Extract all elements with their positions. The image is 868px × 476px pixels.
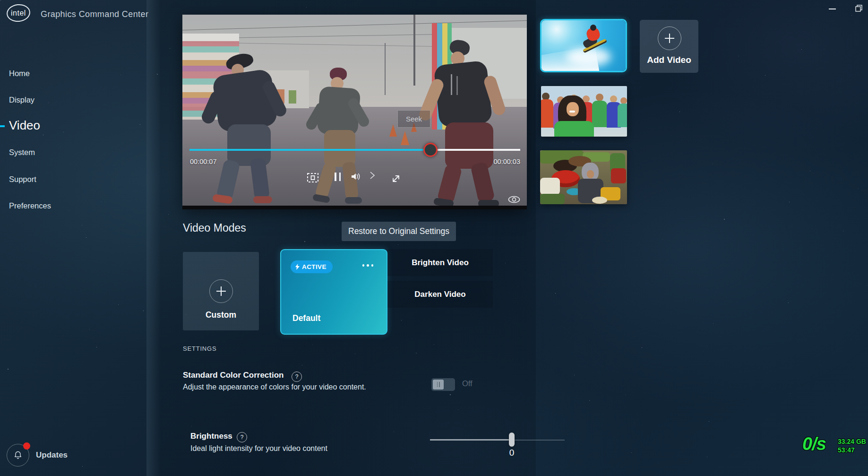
custom-mode-card[interactable]: Custom bbox=[183, 252, 259, 330]
decor-shape bbox=[554, 121, 594, 137]
color-correction-help-icon[interactable]: ? bbox=[292, 372, 302, 382]
next-button[interactable] bbox=[370, 171, 375, 180]
sidebar-item-system[interactable]: System bbox=[9, 148, 35, 157]
star bbox=[82, 225, 82, 225]
plus-circle-icon bbox=[658, 26, 681, 50]
video-modes-heading: Video Modes bbox=[183, 222, 246, 234]
question-glyph: ? bbox=[241, 434, 244, 441]
active-badge: ACTIVE bbox=[291, 260, 333, 273]
time-remaining: 00:00:03 bbox=[494, 158, 520, 165]
decor-shape bbox=[567, 102, 579, 116]
brightness-slider-track-left[interactable] bbox=[430, 439, 509, 441]
notification-dot bbox=[23, 442, 30, 450]
star bbox=[789, 202, 790, 202]
star bbox=[724, 219, 725, 220]
active-badge-label: ACTIVE bbox=[302, 263, 327, 270]
bell-icon bbox=[13, 450, 23, 460]
star bbox=[765, 75, 765, 76]
default-mode-card[interactable]: ACTIVE Default bbox=[280, 249, 387, 335]
decor-shape bbox=[620, 97, 627, 104]
star bbox=[858, 188, 859, 189]
brightness-help-icon[interactable]: ? bbox=[237, 432, 247, 442]
toggle-knob bbox=[433, 380, 444, 389]
volume-icon bbox=[351, 173, 361, 181]
decor-shape bbox=[610, 95, 617, 103]
star bbox=[86, 237, 86, 238]
star bbox=[120, 75, 121, 75]
app-title: Graphics Command Center bbox=[41, 9, 148, 19]
minimize-button[interactable] bbox=[824, 3, 840, 15]
network-speed-overlay: 0/s bbox=[802, 434, 826, 454]
star bbox=[82, 466, 83, 467]
brightness-title: Brightness bbox=[190, 432, 232, 441]
seek-handle[interactable] bbox=[423, 143, 438, 157]
star bbox=[140, 124, 140, 125]
sidebar-item-preferences[interactable]: Preferences bbox=[9, 201, 51, 210]
star bbox=[143, 311, 144, 311]
star bbox=[589, 400, 590, 401]
seek-tooltip: Seek bbox=[397, 110, 430, 128]
brighten-video-button[interactable]: Brighten Video bbox=[387, 249, 493, 276]
decor-shape bbox=[569, 111, 575, 113]
seek-bar-remaining[interactable] bbox=[430, 149, 520, 151]
star bbox=[8, 369, 9, 370]
video-player[interactable]: Seek 00:00:07 00:00:03 bbox=[182, 15, 527, 209]
decor-shape bbox=[618, 104, 627, 127]
brightness-slider-track-right[interactable] bbox=[509, 440, 565, 441]
fullscreen-button[interactable] bbox=[390, 173, 402, 185]
brightness-value: 0 bbox=[506, 448, 518, 458]
decor-shape bbox=[587, 170, 594, 178]
decor-shape bbox=[592, 197, 607, 204]
decor-shape bbox=[541, 99, 553, 128]
decor-shape bbox=[611, 168, 626, 183]
sidebar-item-home[interactable]: Home bbox=[9, 69, 30, 78]
bolt-icon bbox=[295, 264, 300, 270]
seek-bar-filled[interactable] bbox=[189, 149, 430, 151]
video-thumbnail-snowboarder[interactable] bbox=[540, 19, 627, 72]
color-correction-description: Adjust the appearance of colors for your… bbox=[183, 383, 366, 391]
default-card-label: Default bbox=[281, 313, 398, 323]
pause-button[interactable] bbox=[335, 173, 341, 181]
brightness-slider-handle[interactable] bbox=[509, 433, 515, 447]
frame-step-button[interactable] bbox=[307, 173, 319, 183]
darken-video-button[interactable]: Darken Video bbox=[387, 281, 493, 308]
decor-shape bbox=[592, 101, 607, 127]
video-thumbnail-group[interactable] bbox=[541, 86, 627, 137]
preview-compare-button[interactable] bbox=[507, 195, 521, 204]
add-video-button[interactable]: Add Video bbox=[640, 20, 698, 73]
volume-button[interactable] bbox=[351, 173, 361, 181]
color-correction-toggle[interactable] bbox=[431, 378, 455, 391]
star bbox=[658, 463, 658, 463]
market-image bbox=[540, 150, 627, 204]
star bbox=[679, 112, 680, 112]
updates-label[interactable]: Updates bbox=[36, 450, 68, 460]
active-nav-accent-bar bbox=[0, 125, 5, 127]
star bbox=[856, 43, 857, 44]
restore-settings-button[interactable]: Restore to Original Settings bbox=[342, 222, 456, 241]
star bbox=[851, 15, 852, 16]
group-image bbox=[541, 86, 627, 137]
minimize-icon bbox=[829, 9, 836, 9]
toggle-state-label: Off bbox=[462, 379, 473, 388]
question-glyph: ? bbox=[295, 373, 299, 380]
custom-card-label: Custom bbox=[183, 310, 259, 320]
time-elapsed: 00:00:07 bbox=[190, 158, 216, 165]
star bbox=[101, 201, 102, 202]
decor-shape bbox=[540, 194, 565, 204]
sidebar-item-video[interactable]: Video bbox=[9, 118, 40, 133]
star bbox=[867, 285, 868, 286]
star bbox=[574, 375, 575, 375]
sidebar-item-display[interactable]: Display bbox=[9, 95, 34, 104]
more-options-button[interactable] bbox=[362, 264, 374, 267]
star bbox=[43, 135, 43, 135]
plus-circle-icon bbox=[209, 279, 233, 303]
video-thumbnail-market[interactable] bbox=[540, 150, 627, 204]
pause-icon bbox=[335, 173, 341, 181]
star bbox=[558, 11, 558, 11]
letterbox-bar bbox=[182, 206, 527, 209]
chevron-right-icon bbox=[370, 171, 375, 180]
add-video-label: Add Video bbox=[640, 55, 698, 65]
intel-logo-text: intel bbox=[11, 9, 26, 17]
sidebar-item-support[interactable]: Support bbox=[9, 175, 36, 184]
restore-window-button[interactable] bbox=[851, 2, 867, 14]
